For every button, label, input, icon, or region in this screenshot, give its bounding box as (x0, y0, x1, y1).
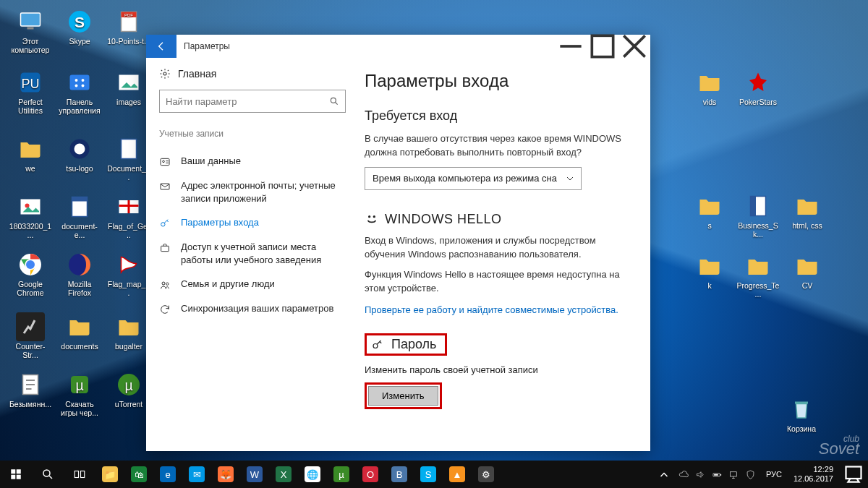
svg-text:PU: PU (21, 77, 39, 91)
require-signin-dropdown[interactable]: Время выхода компьютера из режима сна (365, 167, 582, 190)
task-view-button[interactable] (64, 461, 95, 488)
desktop-icon-text[interactable]: Безымянн... (9, 370, 52, 409)
desktop-icon-cs[interactable]: Counter-Str... (9, 312, 52, 359)
desktop-icon-doc1[interactable]: document-e... (58, 192, 101, 239)
desktop-icon-documents[interactable]: documents (58, 312, 101, 351)
nav-email-accounts[interactable]: Адрес электронной почты; учетные записи … (159, 174, 360, 210)
taskbar-app-store[interactable]: 🛍 (124, 461, 153, 488)
taskbar-app-opera[interactable]: O (356, 461, 385, 488)
desktop-icon-business[interactable]: Business_Sk... (736, 192, 780, 239)
desktop-icon-skype[interactable]: SSkype (58, 7, 101, 46)
desktop[interactable]: Этот компьютер PUPerfect Utilities we 18… (0, 0, 868, 488)
search-icon (329, 96, 339, 106)
desktop-icon-tsu[interactable]: tsu-logo (58, 134, 101, 174)
desktop-icon-images[interactable]: images (107, 68, 150, 107)
taskbar-app-utorrent[interactable]: µ (327, 461, 356, 488)
taskbar-app-aimp[interactable]: ▲ (443, 461, 472, 488)
home-link[interactable]: Главная (159, 68, 360, 80)
desktop-icon-bugalter[interactable]: bugalter (107, 312, 150, 351)
hello-link[interactable]: Проверьте ее работу и найдите совместимы… (365, 304, 618, 315)
svg-point-38 (163, 160, 165, 163)
desktop-icon-chrome[interactable]: Google Chrome (9, 250, 52, 297)
home-label: Главная (178, 68, 216, 80)
taskbar-app-skype[interactable]: S (414, 461, 443, 488)
desktop-icon-progress[interactable]: Progress_Te... (736, 252, 780, 299)
action-center-button[interactable] (841, 461, 867, 487)
search-box[interactable] (159, 90, 346, 113)
password-desc: Изменить пароль своей учетной записи (365, 364, 630, 375)
nav-work-access[interactable]: Доступ к учетной записи места работы или… (159, 235, 360, 272)
desktop-icon-poker[interactable]: PokerStars (736, 68, 780, 107)
people-icon (159, 279, 171, 291)
taskbar-app-settings[interactable]: ⚙ (472, 461, 501, 488)
svg-rect-0 (21, 13, 41, 26)
start-button[interactable] (0, 461, 32, 488)
taskbar-app-chrome[interactable]: 🌐 (298, 461, 327, 488)
desktop-icon-flag2[interactable]: Flag_map_... (107, 250, 150, 297)
svg-point-15 (82, 85, 85, 87)
taskbar-app-vk[interactable]: В (385, 461, 414, 488)
taskbar-app-explorer[interactable]: 📁 (95, 461, 124, 488)
desktop-icon-flag1[interactable]: Flag_of_Ge... (107, 192, 150, 239)
svg-rect-37 (161, 158, 169, 165)
desktop-icon-doc2[interactable]: Document_... (107, 134, 150, 181)
desktop-icon-cv[interactable]: CV (786, 252, 829, 291)
require-signin-heading: Требуется вход (365, 108, 630, 124)
maximize-button[interactable] (587, 35, 618, 58)
desktop-icon-we[interactable]: we (9, 134, 52, 174)
taskbar-app-mail[interactable]: ✉ (182, 461, 211, 488)
desktop-icon-perfect-utilities[interactable]: PUPerfect Utilities (9, 68, 52, 115)
back-button[interactable] (146, 35, 176, 58)
page-heading: Параметры входа (365, 71, 630, 91)
nav-label: Параметры входа (181, 216, 259, 229)
password-label: Пароль (391, 337, 436, 352)
nav-your-info[interactable]: Ваши данные (159, 149, 360, 174)
svg-point-14 (75, 85, 78, 87)
tray-expand[interactable] (655, 461, 673, 488)
desktop-icon-utdl[interactable]: µСкачать игры чер... (58, 370, 101, 417)
password-heading-highlight: Пароль (365, 333, 447, 356)
desktop-icon-trash[interactable]: Корзина (780, 395, 823, 434)
nav-signin-options[interactable]: Параметры входа (159, 210, 360, 235)
nav-sync[interactable]: Синхронизация ваших параметров (159, 296, 360, 321)
window-title: Параметры (176, 41, 555, 51)
language-indicator[interactable]: РУС (762, 470, 786, 479)
change-password-button[interactable]: Изменить (368, 386, 438, 406)
nav-label: Синхронизация ваших параметров (181, 302, 333, 315)
svg-rect-11 (70, 75, 90, 90)
search-button[interactable] (32, 461, 64, 488)
desktop-icon-image1[interactable]: 18033200_1... (9, 192, 52, 239)
close-button[interactable] (618, 35, 650, 58)
content-pane: Параметры входа Требуется вход В случае … (360, 58, 650, 451)
desktop-icon-vids[interactable]: vids (688, 68, 731, 107)
system-tray[interactable] (674, 469, 760, 480)
desktop-icon-pdf[interactable]: PDF10-Points-t... (107, 7, 150, 46)
battery-icon (712, 469, 723, 480)
clock[interactable]: 12:29 12.06.2017 (788, 465, 839, 484)
titlebar[interactable]: Параметры (146, 35, 650, 58)
taskbar[interactable]: 📁 🛍 e ✉ 🦊 W X 🌐 µ O В S ▲ ⚙ РУС (0, 461, 868, 488)
taskbar-app-firefox[interactable]: 🦊 (211, 461, 240, 488)
svg-rect-34 (592, 35, 613, 56)
desktop-icon-k[interactable]: k (688, 252, 731, 291)
settings-window: Параметры Главная Учетные записи Ваши да… (146, 35, 650, 451)
desktop-icon-this-pc[interactable]: Этот компьютер (9, 7, 52, 54)
taskbar-app-edge[interactable]: e (153, 461, 182, 488)
sidebar: Главная Учетные записи Ваши данные Адрес… (146, 58, 360, 451)
dropdown-value: Время выхода компьютера из режима сна (373, 173, 557, 184)
taskbar-app-word[interactable]: W (240, 461, 269, 488)
svg-text:S: S (75, 14, 85, 30)
desktop-icon-firefox[interactable]: Mozilla Firefox (58, 250, 101, 297)
desktop-icon-htmlcss[interactable]: html, css (786, 192, 829, 231)
desktop-icon-cpanel[interactable]: Панель управления (58, 68, 101, 115)
svg-point-51 (43, 470, 50, 476)
search-input[interactable] (166, 96, 329, 107)
taskbar-app-excel[interactable]: X (269, 461, 298, 488)
svg-point-17 (75, 144, 85, 155)
hello-desc1: Вход в Windows, приложения и службы поср… (365, 234, 630, 262)
nav-family[interactable]: Семья и другие люди (159, 272, 360, 296)
desktop-icon-utorrent[interactable]: µuTorrent (107, 370, 150, 409)
minimize-button[interactable] (555, 35, 587, 58)
svg-rect-50 (17, 475, 21, 479)
desktop-icon-s[interactable]: s (688, 192, 731, 231)
